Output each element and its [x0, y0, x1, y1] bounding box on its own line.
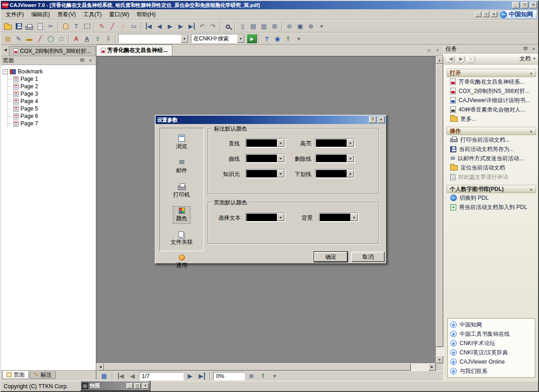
nav-item-general[interactable]: 通用 — [173, 254, 190, 270]
text-a-red-button[interactable]: A — [71, 33, 81, 44]
cnki-brand[interactable]: 中国知网 — [499, 10, 537, 19]
curve-color-dropdown[interactable]: ▼ — [245, 154, 285, 163]
first-page-nav-button[interactable]: ◀ — [116, 371, 126, 381]
rect-tool-button[interactable]: ▭ — [129, 21, 139, 32]
menu-view[interactable]: 查看(V) — [53, 9, 79, 20]
note-tool-button[interactable]: ▤ — [3, 33, 13, 44]
doc-minimize-button[interactable]: _ — [475, 12, 481, 17]
document-tab-2-active[interactable]: 芳香化酶在文昌鱼神经... — [96, 45, 172, 56]
task-item-add-to-pdl[interactable]: + 将当前活动文档加入到 PDL — [447, 203, 536, 212]
tree-item-page-2[interactable]: Page 2 — [7, 83, 94, 90]
link-cnki-forum[interactable]: e CNKI学术论坛 — [450, 339, 532, 348]
print-preview-button[interactable] — [35, 21, 45, 32]
pin-icon[interactable] — [522, 46, 529, 52]
highlight-color-dropdown[interactable]: ▼ — [315, 138, 355, 148]
text-select-button[interactable]: T — [71, 21, 81, 32]
strikethrough-color-dropdown[interactable]: ▼ — [315, 154, 355, 163]
horizontal-scroll-thumb[interactable] — [104, 363, 411, 371]
restore-button[interactable]: ❐ — [521, 2, 528, 8]
history-forward-button[interactable]: ↷ — [208, 21, 218, 32]
doc-restore-button[interactable]: ❐ — [483, 12, 489, 17]
zoom-menu-button[interactable]: ▾ — [316, 21, 327, 32]
page-indicator-box[interactable]: 1/7 — [139, 372, 184, 380]
task-item-open-doc-1[interactable]: 芳香化酶在文昌鱼神经系... — [447, 77, 536, 86]
task-item-open-more[interactable]: 更多... — [447, 114, 536, 124]
help-button[interactable]: ? — [262, 33, 272, 44]
collapse-icon[interactable]: ▲ — [529, 129, 533, 133]
nav-item-color[interactable]: 颜色 — [173, 206, 191, 224]
arrow-up-tool-button[interactable]: ⇧ — [92, 33, 103, 44]
underline-color-dropdown[interactable]: ▼ — [315, 169, 355, 178]
hand-tool-button[interactable] — [60, 21, 71, 32]
menu-file[interactable]: 文件(F) — [2, 9, 27, 20]
task-forward-button[interactable]: ▶ — [457, 55, 465, 63]
link-reference-books[interactable]: e 中国工具书集锦在线 — [450, 329, 532, 339]
scroll-left-icon[interactable]: ◀ — [97, 363, 104, 371]
cancel-button[interactable]: 取消 — [351, 252, 385, 262]
tree-item-page-1[interactable]: Page 1 — [7, 75, 94, 83]
task-item-open-doc-2[interactable]: COX_2抑制剂NS_398对肝... — [447, 86, 536, 96]
line-tool-button[interactable]: ╱ — [107, 21, 118, 32]
minimize-button[interactable]: _ — [512, 2, 519, 8]
find-button[interactable] — [223, 21, 233, 32]
chevron-down-icon[interactable]: ▼ — [181, 34, 188, 43]
task-doc-selector[interactable]: 文档 ▼ — [519, 55, 536, 63]
task-home-button[interactable]: ⌂ — [467, 55, 475, 63]
layout-button[interactable]: ▦ — [99, 371, 109, 381]
text-a-blue-button[interactable]: A — [82, 33, 92, 44]
snapshot-maximize-button[interactable]: □ — [134, 383, 141, 389]
tree-item-page-6[interactable]: Page 6 — [7, 112, 94, 120]
task-item-send-mail[interactable]: ✉ 以邮件方式发送当前活动... — [447, 154, 536, 163]
play-button[interactable]: ▶ — [165, 21, 175, 32]
tree-item-page-3[interactable]: Page 3 — [7, 90, 94, 98]
oval2-tool-button[interactable]: ◯ — [46, 33, 56, 44]
tree-collapse-icon[interactable]: − — [3, 69, 8, 74]
task-item-open-doc-3[interactable]: CAJViewer详细设计说明书... — [447, 96, 536, 105]
section-pdl-header[interactable]: 个人数字图书馆(PDL) ▲ — [447, 185, 536, 193]
zoom-level-box[interactable]: 0% — [213, 372, 245, 380]
more-tools-button[interactable]: ▾ — [294, 33, 304, 44]
vertical-scrollbar[interactable]: ▲ ▼ — [436, 56, 443, 363]
horizontal-scrollbar[interactable]: ◀ ▶ — [97, 363, 436, 371]
search-go-button[interactable]: ▶ — [247, 34, 257, 43]
snapshot-tool-button[interactable]: ✂ — [46, 21, 56, 32]
save-button[interactable] — [13, 21, 24, 32]
tree-item-page-5[interactable]: Page 5 — [7, 105, 94, 112]
last-page-nav-button[interactable]: ▶ — [197, 371, 207, 381]
nav-item-printer[interactable]: 打印机 — [171, 182, 193, 200]
task-item-print-doc[interactable]: 打印当前活动文档... — [447, 135, 536, 144]
task-back-button[interactable]: ◀ — [447, 55, 455, 63]
tree-item-page-4[interactable]: Page 4 — [7, 98, 94, 105]
homepage-button[interactable]: ◉ — [272, 33, 283, 44]
chevron-down-icon[interactable]: ▼ — [350, 214, 358, 221]
first-page-button[interactable]: ◀ — [144, 21, 154, 32]
tab-scroll-right-button[interactable]: ▷ — [426, 47, 433, 54]
tab-scroll-left-button[interactable]: ◀ — [2, 47, 9, 54]
panel-close-icon[interactable]: × — [530, 46, 537, 52]
thumbnail-view-button[interactable]: ⊞ — [270, 21, 280, 32]
dialog-title-bar[interactable]: 设置参数 ? × — [156, 116, 386, 124]
tab-annotations[interactable]: ✎ 标注 — [30, 371, 56, 379]
facing-view-button[interactable]: ▥ — [259, 21, 269, 32]
knowledge-color-dropdown[interactable]: ▼ — [245, 169, 285, 178]
nav-menu-button[interactable]: ▾ — [270, 371, 280, 381]
rect2-tool-button[interactable]: □ — [56, 33, 66, 44]
zoom-out-button[interactable]: ⊖ — [284, 21, 295, 32]
chevron-down-icon[interactable]: ▼ — [347, 155, 354, 162]
snapshot-window[interactable]: ◎ 快照 _ □ × — [80, 380, 151, 391]
nav-item-browse[interactable]: 浏览 — [173, 134, 190, 151]
link-cajviewer-online[interactable]: e CAJViewer Online — [450, 357, 532, 366]
ok-button[interactable]: 确定 — [314, 252, 348, 262]
chevron-down-icon[interactable]: ▼ — [347, 139, 354, 147]
next-page-nav-button[interactable]: ▶ — [185, 371, 195, 381]
fit-page-button[interactable]: ▣ — [295, 21, 305, 32]
dialog-help-button[interactable]: ? — [369, 117, 376, 123]
select-text-color-dropdown[interactable]: ▼ — [245, 213, 285, 222]
task-item-save-as[interactable]: 当前活动文档另存为... — [447, 144, 536, 154]
image-select-button[interactable] — [82, 21, 92, 32]
chevron-down-icon[interactable]: ▼ — [277, 214, 284, 221]
close-button[interactable]: × — [530, 2, 537, 8]
prev-page-nav-button[interactable]: ◀ — [127, 371, 138, 381]
tree-item-page-7[interactable]: Page 7 — [7, 120, 94, 127]
search-input[interactable]: ▼ — [118, 34, 189, 43]
